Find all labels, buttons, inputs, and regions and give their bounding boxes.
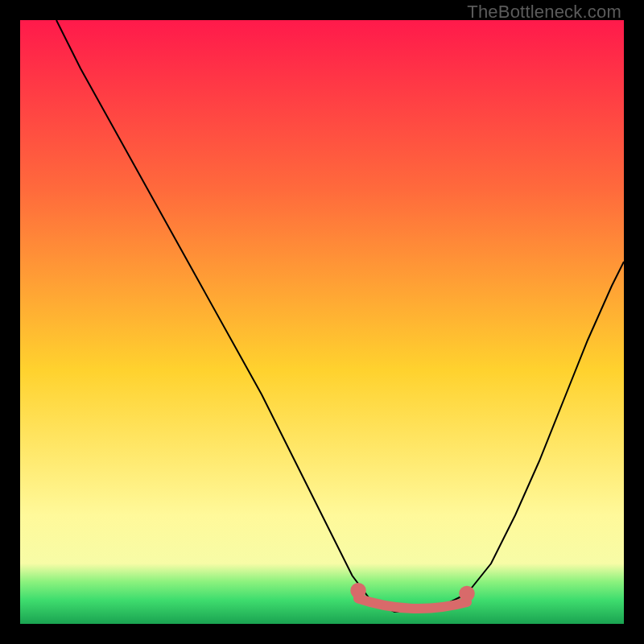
chart-frame: TheBottleneck.com — [0, 0, 644, 644]
watermark-text: TheBottleneck.com — [467, 2, 621, 23]
plot-area — [20, 20, 624, 624]
svg-point-1 — [350, 583, 366, 598]
bottleneck-curve — [20, 20, 624, 624]
svg-point-2 — [459, 586, 474, 601]
